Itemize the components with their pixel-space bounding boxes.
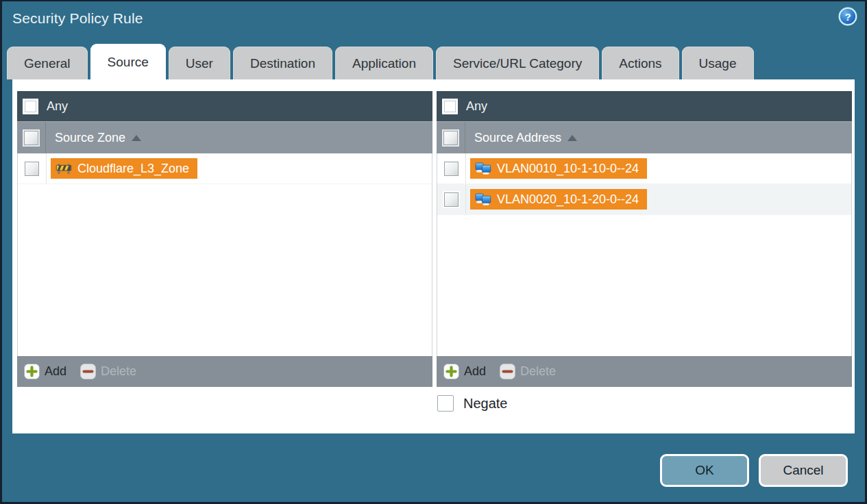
source-zone-column-label: Source Zone (55, 131, 125, 145)
source-address-row2-checkbox[interactable] (444, 192, 459, 207)
tab-usage[interactable]: Usage (682, 47, 754, 79)
minus-icon (500, 364, 515, 379)
help-icon[interactable]: ? (838, 7, 857, 26)
source-address-selectall-cell (437, 122, 465, 153)
svg-text:?: ? (844, 11, 851, 23)
security-policy-rule-dialog: Security Policy Rule ? General Source Us… (2, 1, 865, 502)
source-address-column-header[interactable]: Source Address (437, 121, 852, 153)
source-zone-list: Cloudflare_L3_Zone (17, 153, 432, 356)
address-icon (475, 193, 491, 205)
ok-button[interactable]: OK (660, 454, 749, 487)
source-address-column-label: Source Address (474, 131, 561, 145)
row-checkbox-cell (18, 153, 47, 184)
source-zone-footer: Add Delete (17, 356, 432, 387)
tab-service-url-category[interactable]: Service/URL Category (436, 47, 599, 79)
source-zone-panel: Any Source Zone (17, 91, 432, 387)
table-row: Cloudflare_L3_Zone (18, 153, 432, 184)
tab-application[interactable]: Application (335, 47, 433, 79)
tab-destination[interactable]: Destination (233, 47, 332, 79)
source-address-selectall-checkbox[interactable] (443, 131, 458, 145)
source-zone-delete-button[interactable]: Delete (80, 364, 136, 379)
row-checkbox-cell (437, 153, 466, 184)
source-address-object-label: VLAN0010_10-1-10-0--24 (497, 162, 639, 176)
tab-user[interactable]: User (169, 47, 230, 79)
source-zone-selectall-cell (17, 122, 46, 153)
source-address-object-label: VLAN0020_10-1-20-0--24 (497, 192, 639, 207)
plus-icon (443, 364, 459, 379)
source-zone-object[interactable]: Cloudflare_L3_Zone (51, 158, 197, 179)
negate-checkbox[interactable] (437, 395, 454, 412)
row-checkbox-cell (437, 184, 466, 214)
tab-general[interactable]: General (7, 47, 88, 79)
tab-source[interactable]: Source (90, 44, 166, 79)
source-address-delete-button[interactable]: Delete (500, 364, 556, 379)
sort-ascending-icon (567, 135, 577, 141)
source-zone-selectall-checkbox[interactable] (24, 131, 38, 145)
source-tab-content: Any Source Zone (12, 79, 855, 433)
source-zone-row-checkbox[interactable] (25, 162, 39, 176)
delete-label: Delete (520, 364, 556, 379)
source-address-any-checkbox[interactable] (442, 99, 458, 114)
source-zone-add-button[interactable]: Add (24, 364, 66, 379)
source-address-panel: Any Source Address (437, 91, 852, 387)
sort-ascending-icon (132, 135, 141, 141)
source-zone-object-label: Cloudflare_L3_Zone (77, 162, 189, 176)
tab-bar: General Source User Destination Applicat… (7, 44, 754, 79)
delete-label: Delete (101, 364, 136, 379)
cancel-button[interactable]: Cancel (759, 454, 848, 487)
zone-icon (56, 163, 72, 175)
table-row: VLAN0020_10-1-20-0--24 (437, 184, 851, 215)
table-row: VLAN0010_10-1-10-0--24 (437, 153, 851, 184)
negate-label: Negate (463, 396, 508, 412)
address-icon (475, 162, 491, 175)
source-zone-any-checkbox[interactable] (23, 99, 38, 114)
source-zone-any-label: Any (47, 99, 68, 114)
dialog-title: Security Policy Rule (12, 10, 143, 27)
plus-icon (24, 364, 40, 379)
source-address-object[interactable]: VLAN0020_10-1-20-0--24 (470, 189, 647, 210)
source-address-list: VLAN0010_10-1-10-0--24 (437, 153, 852, 356)
source-address-object[interactable]: VLAN0010_10-1-10-0--24 (470, 158, 647, 179)
negate-row: Negate (437, 395, 508, 412)
source-address-footer: Add Delete (437, 356, 852, 387)
tab-actions[interactable]: Actions (602, 47, 679, 79)
minus-icon (80, 364, 96, 379)
add-label: Add (45, 364, 66, 379)
source-address-any-label: Any (466, 99, 487, 114)
source-address-row1-checkbox[interactable] (444, 162, 459, 176)
source-address-add-button[interactable]: Add (443, 364, 486, 379)
add-label: Add (464, 364, 486, 379)
source-zone-any-header: Any (17, 91, 432, 121)
source-address-any-header: Any (437, 91, 852, 121)
source-zone-column-header[interactable]: Source Zone (17, 121, 432, 153)
